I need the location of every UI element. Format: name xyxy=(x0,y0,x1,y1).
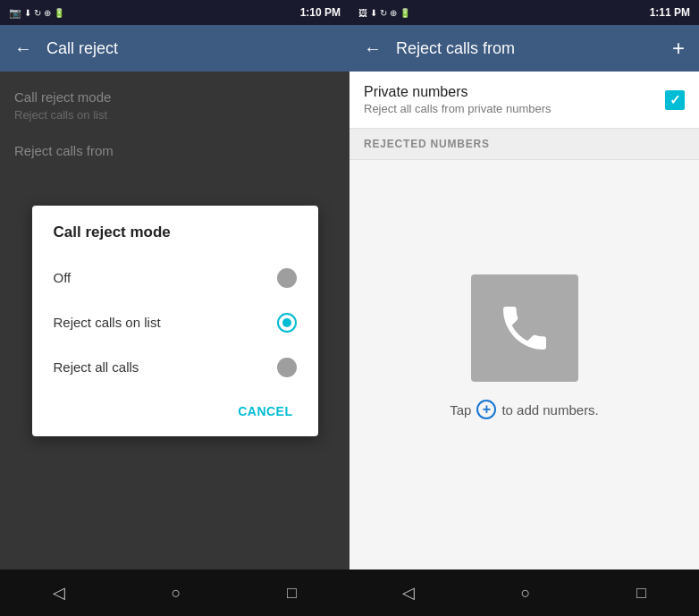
right-back-button[interactable]: ← xyxy=(364,38,382,59)
dialog-cancel-button[interactable]: CANCEL xyxy=(227,397,303,426)
left-nav-home[interactable]: ○ xyxy=(154,577,199,610)
right-battery-icon: 🔋 xyxy=(400,8,410,18)
right-nav-home[interactable]: ○ xyxy=(503,577,549,610)
right-download-icon: ⬇ xyxy=(370,8,377,18)
right-toolbar-title: Reject calls from xyxy=(396,39,658,58)
dialog-option-reject-all-label: Reject all calls xyxy=(54,359,139,375)
right-content: Private numbers Reject all calls from pr… xyxy=(350,72,699,570)
right-panel: 🖼 ⬇ ↻ ⊕ 🔋 1:11 PM ← Reject calls from + … xyxy=(350,0,699,616)
dialog-option-reject-all[interactable]: Reject all calls xyxy=(32,345,318,390)
dialog-option-off[interactable]: Off xyxy=(32,256,318,300)
right-network-icon: ⊕ xyxy=(390,8,397,18)
left-toolbar-title: Call reject xyxy=(46,39,335,58)
left-nav-back[interactable]: ◁ xyxy=(35,576,83,610)
dialog-actions: CANCEL xyxy=(32,390,318,436)
private-numbers-text: Private numbers Reject all calls from pr… xyxy=(364,84,665,115)
network-icon: ⊕ xyxy=(44,8,51,18)
private-numbers-subtitle: Reject all calls from private numbers xyxy=(364,102,665,115)
dialog-option-reject-list-label: Reject calls on list xyxy=(54,315,161,330)
empty-state-text: Tap + to add numbers. xyxy=(450,400,599,419)
left-status-bar: 📷 ⬇ ↻ ⊕ 🔋 1:10 PM xyxy=(0,0,350,25)
left-back-button[interactable]: ← xyxy=(14,38,32,59)
battery-icon: 🔋 xyxy=(54,8,64,18)
right-nav-back[interactable]: ◁ xyxy=(384,576,433,610)
radio-reject-list[interactable] xyxy=(277,313,297,333)
left-content: Call reject mode Reject calls on list Re… xyxy=(0,72,350,570)
left-status-icons: 📷 ⬇ ↻ ⊕ 🔋 xyxy=(9,7,64,19)
add-circle-icon: + xyxy=(476,400,496,419)
download-icon: ⬇ xyxy=(24,8,31,18)
left-nav-recent[interactable]: □ xyxy=(269,577,315,610)
right-status-bar: 🖼 ⬇ ↻ ⊕ 🔋 1:11 PM xyxy=(350,0,699,25)
private-numbers-checkbox[interactable] xyxy=(665,90,685,110)
right-bottom-nav: ◁ ○ □ xyxy=(350,570,699,616)
empty-tap-text: Tap xyxy=(450,402,471,418)
radio-off[interactable] xyxy=(277,268,297,288)
left-bottom-nav: ◁ ○ □ xyxy=(0,570,350,616)
empty-state: Tap + to add numbers. xyxy=(350,160,699,570)
dialog-option-reject-list[interactable]: Reject calls on list xyxy=(32,300,318,345)
sync-icon: ↻ xyxy=(34,8,41,18)
right-time: 1:11 PM xyxy=(650,6,690,19)
dialog-overlay: Call reject mode Off Reject calls on lis… xyxy=(0,72,350,570)
right-toolbar: ← Reject calls from + xyxy=(350,25,699,72)
radio-reject-all[interactable] xyxy=(277,358,297,377)
private-numbers-row[interactable]: Private numbers Reject all calls from pr… xyxy=(350,72,699,129)
left-toolbar: ← Call reject xyxy=(0,25,350,72)
dialog-option-off-label: Off xyxy=(54,270,72,285)
right-status-icons: 🖼 ⬇ ↻ ⊕ 🔋 xyxy=(358,8,410,18)
left-panel: 📷 ⬇ ↻ ⊕ 🔋 1:10 PM ← Call reject Call rej… xyxy=(0,0,350,616)
empty-add-text: to add numbers. xyxy=(501,402,598,418)
phone-icon-box xyxy=(471,274,578,382)
right-nav-recent[interactable]: □ xyxy=(619,577,664,610)
right-photo-icon: 🖼 xyxy=(358,8,367,18)
phone-icon xyxy=(496,300,553,357)
left-time: 1:10 PM xyxy=(300,6,341,19)
camera-icon: 📷 xyxy=(9,7,21,19)
right-sync-icon: ↻ xyxy=(380,8,387,18)
call-reject-mode-dialog: Call reject mode Off Reject calls on lis… xyxy=(32,206,318,436)
private-numbers-title: Private numbers xyxy=(364,84,665,100)
dialog-title: Call reject mode xyxy=(32,224,318,256)
rejected-numbers-header: REJECTED NUMBERS xyxy=(350,129,699,160)
right-add-button[interactable]: + xyxy=(672,36,685,61)
